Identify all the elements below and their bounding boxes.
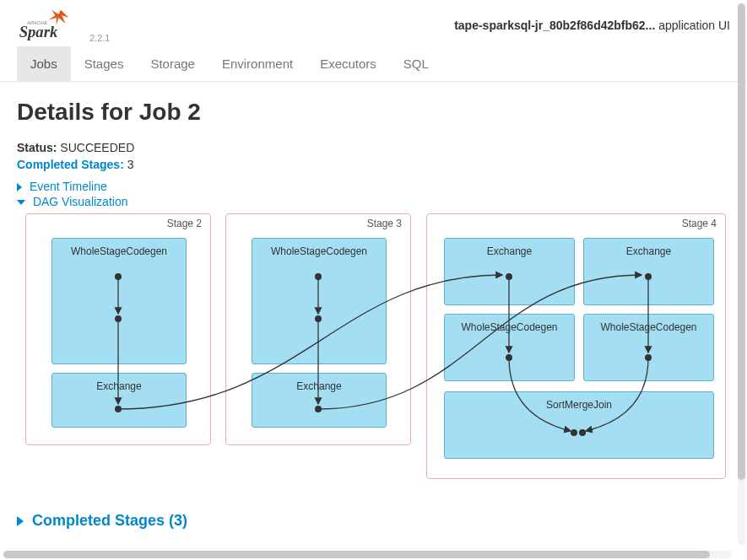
- version-label: 2.2.1: [89, 33, 110, 43]
- dag-visualization: Stage 2 WholeStageCodegen Exchange Stage…: [17, 213, 730, 492]
- status-label: Status:: [17, 141, 57, 154]
- node-exchange[interactable]: Exchange: [444, 238, 575, 305]
- completed-stages-section[interactable]: Completed Stages (3): [17, 512, 730, 530]
- completed-count: 3: [127, 158, 134, 171]
- tab-stages[interactable]: Stages: [71, 46, 138, 81]
- stage-box-4[interactable]: Stage 4 Exchange Exchange WholeStageCode…: [426, 213, 726, 479]
- nav-tabs: Jobs Stages Storage Environment Executor…: [0, 46, 747, 82]
- stage-box-3[interactable]: Stage 3 WholeStageCodegen Exchange: [225, 213, 411, 445]
- stage-box-2[interactable]: Stage 2 WholeStageCodegen Exchange: [25, 213, 211, 445]
- node-exchange[interactable]: Exchange: [583, 238, 714, 305]
- node-wholestagecodegen[interactable]: WholeStageCodegen: [444, 314, 575, 381]
- tab-jobs[interactable]: Jobs: [17, 46, 71, 81]
- event-timeline-toggle[interactable]: Event Timeline: [17, 180, 730, 193]
- tab-executors[interactable]: Executors: [306, 46, 390, 81]
- stage-label: Stage 2: [167, 218, 202, 229]
- svg-text:Spark: Spark: [19, 23, 58, 40]
- scrollbar-thumb[interactable]: [3, 551, 710, 558]
- brand[interactable]: APACHE Spark 2.2.1: [17, 8, 110, 43]
- node-wholestagecodegen[interactable]: WholeStageCodegen: [51, 238, 187, 364]
- status-line: Status: SUCCEEDED: [17, 141, 730, 154]
- caret-down-icon: [17, 200, 25, 205]
- node-exchange[interactable]: Exchange: [51, 373, 187, 428]
- stage-label: Stage 4: [682, 218, 717, 229]
- caret-right-icon: [17, 183, 22, 191]
- caret-right-icon: [17, 516, 24, 526]
- node-wholestagecodegen[interactable]: WholeStageCodegen: [252, 238, 387, 364]
- completed-stages-line: Completed Stages: 3: [17, 158, 730, 171]
- scrollbar-thumb[interactable]: [738, 3, 745, 480]
- tab-environment[interactable]: Environment: [208, 46, 306, 81]
- tab-sql[interactable]: SQL: [390, 46, 442, 81]
- dag-viz-toggle[interactable]: DAG Visualization: [17, 195, 730, 208]
- page-title: Details for Job 2: [17, 99, 730, 126]
- node-wholestagecodegen[interactable]: WholeStageCodegen: [583, 314, 714, 381]
- app-name: tape-sparksql-jr_80b2f86d42bfb62... appl…: [454, 19, 730, 32]
- node-sortmergejoin[interactable]: SortMergeJoin: [444, 391, 714, 459]
- node-exchange[interactable]: Exchange: [252, 373, 387, 428]
- stage-label: Stage 3: [367, 218, 402, 229]
- scrollbar-vertical[interactable]: [738, 3, 745, 545]
- completed-stages-link[interactable]: Completed Stages:: [17, 158, 124, 171]
- content: Details for Job 2 Status: SUCCEEDED Comp…: [0, 82, 747, 548]
- scrollbar-horizontal[interactable]: [3, 551, 732, 558]
- spark-logo: APACHE Spark: [17, 8, 84, 41]
- tab-storage[interactable]: Storage: [137, 46, 208, 81]
- status-value: SUCCEEDED: [60, 141, 134, 154]
- navbar: APACHE Spark 2.2.1 tape-sparksql-jr_80b2…: [0, 0, 747, 46]
